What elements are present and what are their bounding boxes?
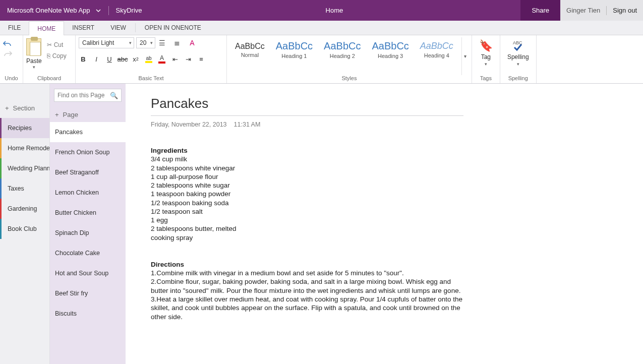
- highlight-icon: ab: [146, 55, 151, 61]
- tag-label: Tag: [481, 53, 491, 60]
- page-item[interactable]: Spinach Dip: [50, 223, 126, 243]
- style-sample: AaBbCc: [420, 41, 453, 51]
- styles-more-button[interactable]: ▾: [461, 37, 469, 75]
- add-page-label: Page: [63, 111, 78, 118]
- copy-button[interactable]: ⎘ Copy: [45, 51, 69, 60]
- tab-insert[interactable]: INSERT: [64, 21, 102, 35]
- font-color-button[interactable]: A: [157, 54, 166, 64]
- page-item[interactable]: Hot and Sour Soup: [50, 263, 126, 283]
- ingredient-line: 1 cup all-purpose flour: [151, 172, 464, 181]
- section-item[interactable]: Recipies: [0, 118, 49, 138]
- direction-line: 3.Heat a large skillet over medium heat,…: [151, 295, 464, 321]
- style-heading-1[interactable]: AaBbCcHeading 1: [273, 39, 316, 60]
- font-size-value: 20: [140, 39, 146, 46]
- style-heading-2[interactable]: AaBbCcHeading 2: [321, 39, 364, 60]
- sign-out-link[interactable]: Sign out: [607, 7, 643, 14]
- page-item[interactable]: Pancakes: [50, 122, 126, 142]
- ingredient-line: 1 egg: [151, 216, 464, 224]
- page-item[interactable]: French Onion Soup: [50, 142, 126, 162]
- note-canvas[interactable]: Pancakes Friday, November 22, 2013 11:31…: [126, 84, 643, 364]
- tab-open-in-onenote[interactable]: OPEN IN ONENOTE: [137, 21, 209, 35]
- spelling-button[interactable]: ABC Spelling ▾: [503, 37, 533, 69]
- bullet-list-button[interactable]: ☰: [157, 38, 166, 47]
- directions-heading: Directions: [151, 261, 184, 268]
- font-color-icon: A: [160, 54, 164, 62]
- ingredient-line: 3/4 cup milk: [151, 155, 464, 163]
- group-label-tags: Tags: [475, 75, 497, 82]
- add-section-label: Section: [13, 104, 35, 112]
- tab-separator: [135, 23, 136, 32]
- direction-line: 1.Combine milk with vinegar in a medium …: [151, 269, 464, 277]
- page-item[interactable]: Chocolate Cake: [50, 243, 126, 263]
- share-button[interactable]: Share: [520, 0, 560, 21]
- page-title[interactable]: Pancakes: [151, 96, 623, 111]
- plus-icon: +: [5, 104, 9, 112]
- style-sample: AaBbCc: [276, 40, 313, 52]
- pages-pane: 🔍 + Page PancakesFrench Onion SoupBeef S…: [50, 84, 126, 364]
- style-sample: AaBbCc: [235, 42, 265, 51]
- tab-file[interactable]: FILE: [0, 21, 29, 35]
- notebook-title: Home: [148, 7, 521, 14]
- undo-button[interactable]: [3, 40, 12, 47]
- sections-pane: + Section RecipiesHome RemodelWedding Pl…: [0, 84, 50, 364]
- ingredient-line: 1 teaspoon baking powder: [151, 190, 464, 198]
- style-normal[interactable]: AaBbCcNormal: [232, 41, 268, 59]
- group-basic-text: Calibri Light ▾ 20 ▾ ☰ ≣ A B I U abc x2: [76, 35, 227, 83]
- page-item[interactable]: Biscuits: [50, 304, 126, 324]
- app-menu-chevron-icon[interactable]: [95, 8, 107, 14]
- indent-button[interactable]: ⇥: [184, 54, 193, 64]
- service-link[interactable]: SkyDrive: [110, 7, 148, 14]
- app-name: Microsoft OneNote Web App: [0, 7, 95, 14]
- style-heading-3[interactable]: AaBbCcHeading 3: [369, 39, 412, 60]
- group-undo: Undo: [0, 35, 23, 83]
- redo-button[interactable]: [3, 50, 12, 57]
- section-item[interactable]: Taxes: [0, 178, 49, 199]
- section-item[interactable]: Book Club: [0, 219, 49, 239]
- highlight-button[interactable]: ab: [144, 54, 153, 64]
- tag-icon: 🔖: [479, 39, 493, 52]
- style-name: Heading 4: [424, 52, 449, 58]
- subscript-button[interactable]: x2: [131, 54, 140, 64]
- italic-button[interactable]: I: [92, 54, 101, 64]
- page-item[interactable]: Beef Straganoff: [50, 162, 126, 183]
- add-page-button[interactable]: + Page: [50, 107, 126, 122]
- style-sample: AaBbCc: [324, 40, 361, 52]
- strikethrough-button[interactable]: abc: [118, 54, 127, 64]
- group-label-basic-text: Basic Text: [79, 75, 223, 82]
- paste-button[interactable]: Paste ▾: [26, 37, 42, 70]
- tab-home[interactable]: HOME: [29, 21, 64, 35]
- section-item[interactable]: Home Remodel: [0, 138, 49, 158]
- direction-line: 2.Combine flour, sugar, baking powder, b…: [151, 277, 464, 295]
- plus-icon: +: [55, 111, 59, 118]
- search-icon[interactable]: 🔍: [110, 92, 118, 99]
- cut-button[interactable]: ✂ Cut: [45, 40, 69, 49]
- section-item[interactable]: Gardening: [0, 199, 49, 219]
- tab-view[interactable]: VIEW: [102, 21, 134, 35]
- style-heading-4[interactable]: AaBbCcHeading 4: [417, 40, 456, 59]
- chevron-down-icon: ▾: [150, 40, 153, 45]
- underline-button[interactable]: U: [105, 54, 114, 64]
- bold-button[interactable]: B: [79, 54, 88, 64]
- font-size-select[interactable]: 20 ▾: [136, 37, 155, 48]
- group-label-clipboard: Clipboard: [26, 75, 72, 82]
- ribbon-tabs: FILE HOME INSERT VIEW OPEN IN ONENOTE: [0, 21, 643, 35]
- ingredient-line: 2 tablespoons white vinegar: [151, 164, 464, 172]
- outdent-button[interactable]: ⇤: [170, 54, 180, 64]
- page-item[interactable]: Butter Chicken: [50, 203, 126, 223]
- search-input[interactable]: [57, 92, 110, 99]
- user-name[interactable]: Ginger Tien: [560, 7, 606, 14]
- align-button[interactable]: ≡: [197, 54, 206, 64]
- search-box[interactable]: 🔍: [54, 89, 122, 102]
- page-item[interactable]: Beef Stir fry: [50, 283, 126, 304]
- note-body[interactable]: Ingredients 3/4 cup milk2 tablespoons wh…: [151, 146, 464, 321]
- page-item[interactable]: Lemon Chicken: [50, 183, 126, 203]
- clear-format-button[interactable]: A: [188, 38, 197, 47]
- cut-label: Cut: [54, 41, 64, 48]
- add-section-button[interactable]: + Section: [0, 98, 49, 118]
- font-family-select[interactable]: Calibri Light ▾: [79, 37, 134, 48]
- tag-button[interactable]: 🔖 Tag ▾: [475, 37, 497, 69]
- number-list-button[interactable]: ≣: [172, 38, 182, 47]
- highlight-swatch: [145, 61, 152, 63]
- paste-dropdown-icon[interactable]: ▾: [33, 65, 35, 70]
- section-item[interactable]: Wedding Planning: [0, 158, 49, 178]
